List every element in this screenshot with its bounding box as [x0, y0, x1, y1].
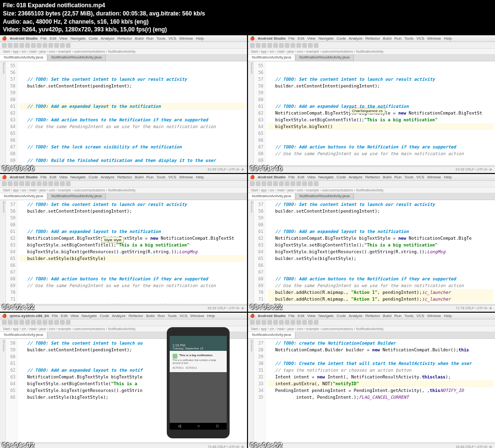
toolbar-button[interactable] [31, 320, 36, 325]
toolbar-button[interactable] [267, 181, 272, 186]
tool-window-strip[interactable]: Structure [0, 61, 6, 165]
apple-icon[interactable]: 🍎 [2, 175, 7, 179]
menu-item[interactable]: Tools [168, 314, 177, 318]
toolbar-button[interactable] [291, 320, 295, 325]
toolbar-button[interactable] [43, 181, 47, 186]
toolbar-button[interactable] [314, 181, 319, 186]
menu-item[interactable]: View [307, 36, 315, 41]
toolbar-button[interactable] [43, 320, 47, 325]
file-tab[interactable]: NotificationActivity.java [0, 193, 47, 200]
menu-item[interactable]: Analyze [101, 175, 114, 179]
menu-item[interactable]: Window [179, 36, 193, 41]
menu-item[interactable]: File [289, 314, 295, 318]
breadcrumb[interactable]: Start › app › src › main › java › com › … [0, 188, 247, 193]
menu-item[interactable]: View [71, 314, 79, 318]
menu-item[interactable]: Edit [50, 36, 57, 41]
menu-item[interactable]: Run [394, 314, 402, 318]
menu-item[interactable]: View [307, 175, 315, 179]
tool-window-strip[interactable]: Structure [0, 200, 6, 304]
menu-item[interactable]: Build [383, 314, 392, 318]
menu-item[interactable]: Window [179, 175, 193, 179]
menu-item[interactable]: Refactor [117, 175, 132, 179]
apple-icon[interactable]: 🍎 [2, 36, 7, 41]
menu-item[interactable]: Run [146, 175, 154, 179]
toolbar-button[interactable] [250, 43, 255, 48]
menu-item[interactable]: Edit [50, 175, 57, 179]
android-nav-bar[interactable]: ◁○□ [170, 423, 227, 430]
menu-item[interactable]: Window [427, 36, 441, 41]
toolbar-button[interactable] [37, 181, 42, 186]
menu-item[interactable]: Refactor [129, 314, 143, 318]
menu-item[interactable]: Analyze [349, 175, 362, 179]
menu-item[interactable]: Help [196, 175, 204, 179]
menu-item[interactable]: Window [190, 314, 204, 318]
menu-item[interactable]: Refactor [365, 36, 380, 41]
breadcrumb[interactable]: Start › app › src › main › java › com › … [0, 49, 247, 55]
menu-item[interactable]: Tools [405, 175, 414, 179]
toolbar-button[interactable] [296, 181, 301, 186]
toolbar-button[interactable] [256, 320, 261, 325]
menu-item[interactable]: Navigate [82, 314, 97, 318]
toolbar-button[interactable] [285, 181, 290, 186]
menu-item[interactable]: Edit [298, 36, 305, 41]
menu-item[interactable]: Refactor [365, 314, 380, 318]
menu-item[interactable]: Code [100, 314, 109, 318]
menu-item[interactable]: Analyze [349, 36, 362, 41]
toolbar-button[interactable] [43, 43, 47, 48]
toolbar-button[interactable] [314, 43, 319, 48]
toolbar-button[interactable] [2, 43, 7, 48]
toolbar-button[interactable] [37, 320, 42, 325]
file-tab[interactable]: NotificationResultActivity.java [47, 193, 106, 200]
file-tab[interactable]: NotificationResultActivity.java [47, 55, 106, 61]
menu-item[interactable]: Edit [298, 314, 305, 318]
toolbar-button[interactable] [256, 181, 261, 186]
toolbar-button[interactable] [285, 43, 290, 48]
apple-icon[interactable]: 🍎 [250, 36, 255, 41]
toolbar-button[interactable] [279, 181, 284, 186]
menu-item[interactable]: Tools [405, 36, 414, 41]
menu-item[interactable]: Window [427, 314, 441, 318]
menu-item[interactable]: Run [394, 36, 402, 41]
tool-window-strip[interactable]: Structure [248, 339, 254, 443]
menu-item[interactable]: Navigate [319, 36, 334, 41]
menu-item[interactable]: View [307, 314, 315, 318]
toolbar-button[interactable] [308, 181, 313, 186]
toolbar-button[interactable] [31, 181, 36, 186]
menu-item[interactable]: Help [444, 36, 451, 41]
menu-item[interactable]: Build [383, 175, 392, 179]
toolbar-button[interactable] [262, 320, 266, 325]
toolbar-button[interactable] [2, 320, 7, 325]
menu-item[interactable]: Build [383, 36, 392, 41]
toolbar-button[interactable] [66, 43, 71, 48]
file-tab[interactable]: NotificationResultActivity.java [295, 55, 354, 61]
file-tab[interactable]: NotificationActivity.java [248, 332, 295, 338]
toolbar-button[interactable] [60, 43, 65, 48]
apple-icon[interactable]: 🍎 [250, 175, 255, 179]
toolbar-button[interactable] [273, 181, 278, 186]
breadcrumb[interactable]: Start › app › src › main › java › com › … [248, 49, 495, 55]
toolbar-button[interactable] [25, 181, 30, 186]
file-tab[interactable]: NotificationActivity.java [0, 55, 47, 61]
menu-item[interactable]: File [289, 175, 295, 179]
toolbar-button[interactable] [314, 320, 319, 325]
menu-item[interactable]: File [52, 314, 58, 318]
toolbar-button[interactable] [37, 43, 42, 48]
menu-item[interactable]: Tools [405, 314, 414, 318]
toolbar-button[interactable] [250, 320, 255, 325]
menu-item[interactable]: Help [444, 314, 451, 318]
menu-item[interactable]: VCS [416, 36, 424, 41]
menu-item[interactable]: Navigate [71, 36, 86, 41]
tool-window-strip[interactable]: Structure [248, 200, 254, 304]
toolbar-button[interactable] [54, 43, 59, 48]
code-editor[interactable]: // TODO: Set the content intent to launc… [265, 200, 495, 304]
menu-item[interactable]: Build [135, 36, 144, 41]
toolbar-button[interactable] [285, 320, 290, 325]
menu-item[interactable]: Run [394, 175, 402, 179]
toolbar-button[interactable] [2, 181, 7, 186]
toolbar-button[interactable] [66, 320, 71, 325]
apple-icon[interactable]: 🍎 [250, 314, 255, 318]
breadcrumb[interactable]: Start › app › src › main › java › com › … [248, 326, 495, 332]
toolbar-button[interactable] [48, 181, 53, 186]
toolbar-button[interactable] [256, 43, 261, 48]
file-tab[interactable]: NotificationActivity.java [0, 332, 47, 338]
